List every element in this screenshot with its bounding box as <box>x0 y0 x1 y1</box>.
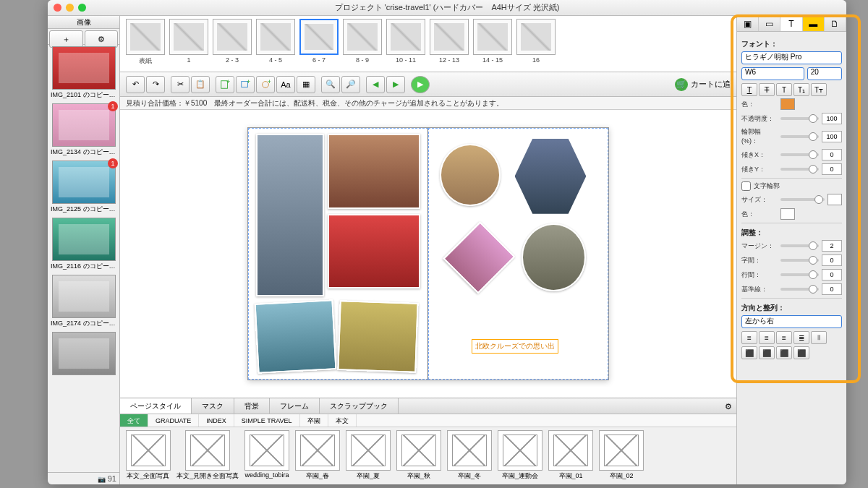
outline-size-swatch[interactable] <box>827 194 842 205</box>
insp-tab-color[interactable]: ▬ <box>803 16 825 31</box>
bottom-tab[interactable]: ページスタイル <box>120 398 192 414</box>
insp-tab-frame[interactable]: ▭ <box>759 16 780 31</box>
page-thumb[interactable]: 12 - 13 <box>430 19 469 69</box>
next-page-button[interactable]: ▶ <box>386 76 405 93</box>
filter-button[interactable]: 本文 <box>328 414 357 427</box>
template-thumb[interactable]: 卒園_春 <box>295 430 340 481</box>
superscript-button[interactable]: Tᴛ <box>811 83 827 96</box>
page-thumb[interactable]: 8 - 9 <box>343 19 382 69</box>
copy-button[interactable]: 📋 <box>191 76 210 93</box>
template-thumb[interactable]: 卒園_運動会 <box>498 430 542 481</box>
page-thumb[interactable]: 14 - 15 <box>473 19 512 69</box>
font-select[interactable]: ヒラギノ明朝 Pro <box>741 51 842 64</box>
zoom-out-button[interactable]: 🔍 <box>321 76 340 93</box>
skewx-slider[interactable] <box>780 153 819 156</box>
filter-button[interactable]: SIMPLE TRAVEL <box>234 414 300 427</box>
play-button[interactable]: ▶ <box>411 76 430 93</box>
redo-button[interactable]: ↷ <box>146 76 165 93</box>
filter-button[interactable]: GRADUATE <box>148 414 199 427</box>
text-color-swatch[interactable] <box>780 98 795 110</box>
right-page[interactable]: 北欧クルーズでの思い出 <box>428 128 608 380</box>
text-box[interactable]: 北欧クルーズでの思い出 <box>472 339 558 354</box>
valign-top-button[interactable]: ⬛ <box>741 346 757 359</box>
image-thumb[interactable]: IMG_2101 のコピー-J... <box>49 46 118 100</box>
margin-slider[interactable] <box>780 244 819 247</box>
valign-mid-button[interactable]: ⬛ <box>759 346 775 359</box>
image-thumb[interactable]: IMG_2174 のコピー-J... <box>49 275 118 329</box>
page-thumb[interactable]: 4 - 5 <box>256 19 295 69</box>
page-spread[interactable]: 北欧クルーズでの思い出 <box>247 127 609 380</box>
template-thumb[interactable]: wedding_tobira <box>244 430 289 481</box>
opacity-value[interactable]: 100 <box>822 113 842 124</box>
outline-checkbox[interactable] <box>741 181 751 191</box>
strike-button[interactable]: T <box>759 83 775 96</box>
add-text-button[interactable]: Aa <box>276 76 295 93</box>
bottom-tab[interactable]: フレーム <box>270 398 320 414</box>
align-right-button[interactable]: ≡ <box>776 331 792 344</box>
add-image-button[interactable]: + <box>236 76 255 93</box>
filter-button[interactable]: 全て <box>120 414 148 427</box>
filter-button[interactable]: 卒園 <box>300 414 328 427</box>
subscript-button[interactable]: T₁ <box>793 83 809 96</box>
template-row[interactable]: 本文_全面写真本文_見開き全面写真wedding_tobira卒園_春卒園_夏卒… <box>120 427 736 484</box>
bottom-tab[interactable]: スクラップブック <box>320 398 399 414</box>
align-dist-button[interactable]: ⦀ <box>811 331 827 344</box>
image-thumb[interactable]: IMG_2116 のコピー-J... <box>49 218 118 272</box>
page-thumb[interactable]: 10 - 11 <box>386 19 425 69</box>
plain-button[interactable]: T <box>776 83 792 96</box>
page-thumb[interactable]: 1 <box>169 19 208 69</box>
undo-button[interactable]: ↶ <box>126 76 145 93</box>
insp-tab-page[interactable]: 🗋 <box>825 16 846 31</box>
skewy-slider[interactable] <box>780 168 819 171</box>
add-shape-button[interactable]: + <box>256 76 275 93</box>
bottom-tab[interactable]: マスク <box>192 398 234 414</box>
canvas[interactable]: 北欧クルーズでの思い出 <box>120 110 736 398</box>
image-list[interactable]: IMG_2101 のコピー-J...IMG_2134 のコピー-J...1IMG… <box>48 45 119 472</box>
underline-button[interactable]: T <box>741 83 757 96</box>
valign-bot-button[interactable]: ⬛ <box>776 346 792 359</box>
add-page-button[interactable]: + <box>216 76 234 93</box>
template-thumb[interactable]: 卒園_冬 <box>447 430 492 481</box>
template-thumb[interactable]: 卒園_秋 <box>396 430 441 481</box>
valign-dist-button[interactable]: ⬛ <box>793 346 809 359</box>
page-thumb[interactable]: 6 - 7 <box>299 19 339 69</box>
bottom-tab[interactable]: 背景 <box>234 398 270 414</box>
linespace-slider[interactable] <box>780 273 819 276</box>
opacity-slider[interactable] <box>780 117 819 120</box>
charspace-slider[interactable] <box>780 259 819 262</box>
zoom-icon[interactable] <box>78 4 86 12</box>
add-frame-button[interactable]: ▦ <box>297 76 315 93</box>
insp-tab-layout[interactable]: ▣ <box>737 16 759 31</box>
template-thumb[interactable]: 本文_全面写真 <box>126 430 171 481</box>
page-thumb[interactable]: 表紙 <box>126 19 165 69</box>
size-select[interactable]: 20 <box>807 67 842 80</box>
image-thumb[interactable]: IMG_2125 のコピー-J...1 <box>49 160 118 215</box>
align-justify-button[interactable]: ≣ <box>793 331 809 344</box>
left-page[interactable] <box>248 128 428 380</box>
page-strip[interactable]: 表紙12 - 34 - 56 - 78 - 910 - 1112 - 1314 … <box>120 16 736 72</box>
template-thumb[interactable]: 本文_見開き全面写真 <box>176 430 239 481</box>
scale-slider[interactable] <box>780 135 819 138</box>
minimize-icon[interactable] <box>66 4 74 12</box>
add-to-cart[interactable]: 🛒 カートに追 <box>675 78 731 91</box>
zoom-in-button[interactable]: 🔎 <box>341 76 360 93</box>
prev-page-button[interactable]: ◀ <box>366 76 385 93</box>
image-thumb[interactable]: IMG_2134 のコピー-J...1 <box>49 103 118 158</box>
align-left-button[interactable]: ≡ <box>741 331 757 344</box>
baseline-slider[interactable] <box>780 288 819 291</box>
close-icon[interactable] <box>54 4 61 12</box>
template-thumb[interactable]: 卒園_01 <box>548 430 593 481</box>
align-center-button[interactable]: ≡ <box>759 331 775 344</box>
outline-color-swatch[interactable] <box>780 208 795 220</box>
filter-button[interactable]: INDEX <box>199 414 234 427</box>
insp-tab-text[interactable]: T <box>780 16 802 31</box>
cut-button[interactable]: ✂ <box>171 76 190 93</box>
template-thumb[interactable]: 卒園_02 <box>599 430 644 481</box>
weight-select[interactable]: W6 <box>741 67 804 80</box>
outline-size-slider[interactable] <box>780 198 825 201</box>
image-thumb[interactable] <box>49 332 118 377</box>
gear-icon[interactable]: ⚙ <box>720 398 736 414</box>
scale-value[interactable]: 100 <box>822 131 842 142</box>
direction-select[interactable]: 左から右 <box>741 315 842 328</box>
template-thumb[interactable]: 卒園_夏 <box>346 430 391 481</box>
